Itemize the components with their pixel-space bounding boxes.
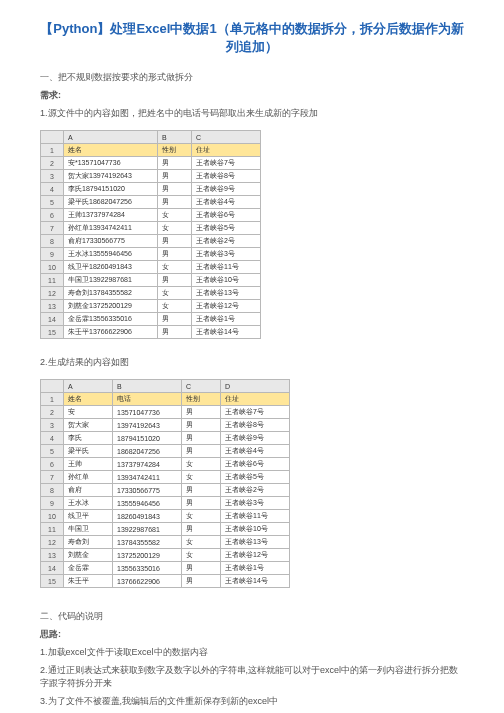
table-cell: 男 bbox=[158, 235, 192, 248]
table-cell: 王者峡谷12号 bbox=[221, 549, 290, 562]
table-cell: 住址 bbox=[192, 144, 261, 157]
row-number: 1 bbox=[41, 144, 64, 157]
page-title: 【Python】处理Excel中数据1（单元格中的数据拆分，拆分后数据作为新列追… bbox=[40, 20, 464, 56]
table-cell: 13784355582 bbox=[113, 536, 182, 549]
table-cell: 住址 bbox=[221, 393, 290, 406]
row-number: 5 bbox=[41, 445, 64, 458]
table-cell: 男 bbox=[182, 523, 221, 536]
table-cell: 王者峡谷14号 bbox=[221, 575, 290, 588]
table-cell: 王者峡谷3号 bbox=[192, 248, 261, 261]
table-header: C bbox=[182, 380, 221, 393]
table-header bbox=[41, 380, 64, 393]
table-cell: 性别 bbox=[158, 144, 192, 157]
table-cell: 姓名 bbox=[64, 144, 158, 157]
table-cell: 18260491843 bbox=[113, 510, 182, 523]
row-number: 14 bbox=[41, 562, 64, 575]
table-cell: 男 bbox=[182, 562, 221, 575]
table-cell: 王者峡谷9号 bbox=[192, 183, 261, 196]
table-before: ABC1姓名性别住址2安*13571047736男王者峡谷7号3贺大家13974… bbox=[40, 130, 261, 339]
idea-3: 3.为了文件不被覆盖,我编辑后的文件重新保存到新的excel中 bbox=[40, 695, 464, 708]
table-cell: 朱壬平 bbox=[64, 575, 113, 588]
row-number: 9 bbox=[41, 248, 64, 261]
table-cell: 王者峡谷2号 bbox=[192, 235, 261, 248]
row-number: 2 bbox=[41, 406, 64, 419]
table-cell: 13922987681 bbox=[113, 523, 182, 536]
table-header: D bbox=[221, 380, 290, 393]
table-cell: 金岳霖 bbox=[64, 562, 113, 575]
row-number: 12 bbox=[41, 536, 64, 549]
table-cell: 男 bbox=[158, 170, 192, 183]
table-cell: 王者峡谷14号 bbox=[192, 326, 261, 339]
table-cell: 男 bbox=[182, 575, 221, 588]
table-cell: 13571047736 bbox=[113, 406, 182, 419]
section-1: 一、把不规则数据按要求的形式做拆分 bbox=[40, 71, 464, 84]
table-cell: 王者峡谷5号 bbox=[221, 471, 290, 484]
table-cell: 女 bbox=[158, 287, 192, 300]
row-number: 8 bbox=[41, 235, 64, 248]
idea-1: 1.加载excel文件于读取Excel中的数据内容 bbox=[40, 646, 464, 659]
table-cell: 李氏 bbox=[64, 432, 113, 445]
table-cell: 王者峡谷12号 bbox=[192, 300, 261, 313]
table-cell: 王帅13737974284 bbox=[64, 209, 158, 222]
row-number: 4 bbox=[41, 432, 64, 445]
table-cell: 男 bbox=[182, 419, 221, 432]
row-number: 4 bbox=[41, 183, 64, 196]
idea-2: 2.通过正则表达式来获取到数字及数字以外的字符串,这样就能可以对于excel中的… bbox=[40, 664, 464, 690]
table-cell: 男 bbox=[182, 432, 221, 445]
table-cell: 王者峡谷7号 bbox=[192, 157, 261, 170]
table-cell: 性别 bbox=[182, 393, 221, 406]
table-cell: 刘慈金13725200129 bbox=[64, 300, 158, 313]
table-cell: 安 bbox=[64, 406, 113, 419]
table-cell: 线卫平18260491843 bbox=[64, 261, 158, 274]
row-number: 12 bbox=[41, 287, 64, 300]
requirement-label: 需求: bbox=[40, 89, 464, 102]
table-cell: 女 bbox=[182, 536, 221, 549]
row-number: 3 bbox=[41, 170, 64, 183]
table-cell: 13556335016 bbox=[113, 562, 182, 575]
table-cell: 王者峡谷4号 bbox=[192, 196, 261, 209]
row-number: 13 bbox=[41, 549, 64, 562]
table-cell: 王者峡谷13号 bbox=[192, 287, 261, 300]
table-cell: 王者峡谷1号 bbox=[221, 562, 290, 575]
req-p2: 2.生成结果的内容如图 bbox=[40, 356, 464, 369]
table-cell: 女 bbox=[158, 222, 192, 235]
row-number: 15 bbox=[41, 575, 64, 588]
idea-label: 思路: bbox=[40, 628, 464, 641]
row-number: 9 bbox=[41, 497, 64, 510]
table-cell: 18682047256 bbox=[113, 445, 182, 458]
table-cell: 王者峡谷8号 bbox=[192, 170, 261, 183]
row-number: 8 bbox=[41, 484, 64, 497]
table-cell: 男 bbox=[158, 248, 192, 261]
table-cell: 女 bbox=[182, 458, 221, 471]
row-number: 3 bbox=[41, 419, 64, 432]
table-cell: 王者峡谷9号 bbox=[221, 432, 290, 445]
table-cell: 姓名 bbox=[64, 393, 113, 406]
table-cell: 李氏18794151020 bbox=[64, 183, 158, 196]
row-number: 11 bbox=[41, 274, 64, 287]
table-cell: 女 bbox=[158, 300, 192, 313]
table-cell: 男 bbox=[158, 274, 192, 287]
table-cell: 17330566775 bbox=[113, 484, 182, 497]
table-cell: 刘慈金 bbox=[64, 549, 113, 562]
table-cell: 贺大家 bbox=[64, 419, 113, 432]
table-cell: 王者峡谷7号 bbox=[221, 406, 290, 419]
table-cell: 男 bbox=[158, 313, 192, 326]
table-cell: 王者峡谷11号 bbox=[192, 261, 261, 274]
row-number: 7 bbox=[41, 222, 64, 235]
table-cell: 王水冰13555946456 bbox=[64, 248, 158, 261]
table-cell: 女 bbox=[158, 261, 192, 274]
table-cell: 王帅 bbox=[64, 458, 113, 471]
table-cell: 男 bbox=[158, 196, 192, 209]
row-number: 7 bbox=[41, 471, 64, 484]
table-cell: 寿命刘13784355582 bbox=[64, 287, 158, 300]
table-cell: 13766622906 bbox=[113, 575, 182, 588]
table-cell: 王者峡谷10号 bbox=[192, 274, 261, 287]
table-cell: 牛国卫 bbox=[64, 523, 113, 536]
row-number: 6 bbox=[41, 458, 64, 471]
table-after: ABCD1姓名电话性别住址2安13571047736男王者峡谷7号3贺大家139… bbox=[40, 379, 290, 588]
table-cell: 女 bbox=[182, 510, 221, 523]
row-number: 6 bbox=[41, 209, 64, 222]
table-cell: 王者峡谷3号 bbox=[221, 497, 290, 510]
table-cell: 王者峡谷1号 bbox=[192, 313, 261, 326]
table-cell: 寿命刘 bbox=[64, 536, 113, 549]
